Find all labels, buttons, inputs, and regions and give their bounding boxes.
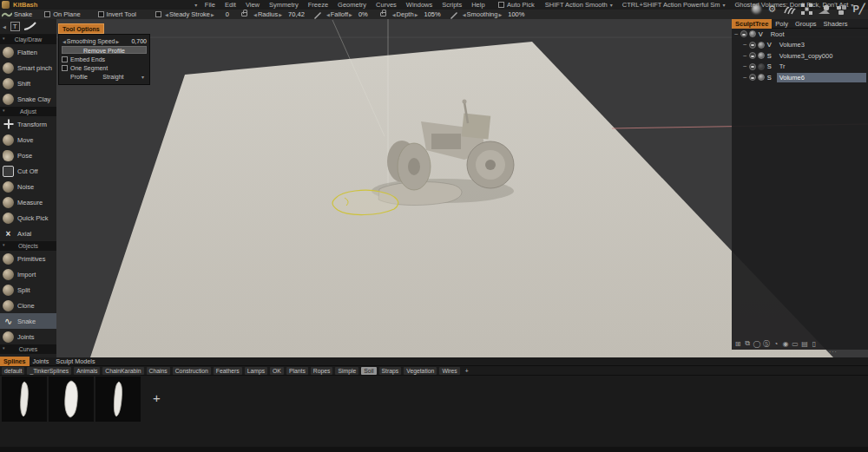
add-category-button[interactable]: +	[463, 367, 471, 375]
profile-dropdown[interactable]: Profile Straight ▾	[62, 73, 147, 81]
layer-name[interactable]: Volume3	[777, 40, 807, 49]
category-chip[interactable]: Simple	[335, 367, 358, 375]
spinner-left-icon[interactable]: ◀	[463, 12, 466, 17]
menu-item[interactable]: Scripts	[442, 1, 462, 9]
tool-row[interactable]: Transform	[0, 116, 56, 132]
radius-pressure-pen-icon[interactable]	[313, 10, 322, 19]
smoothing-label[interactable]: Smoothing	[467, 10, 498, 18]
paint-strokes-icon[interactable]	[783, 3, 796, 16]
menu-item[interactable]: Help	[471, 1, 484, 9]
visibility-eye-icon[interactable]	[749, 63, 756, 70]
layer-name[interactable]: Volume6	[777, 73, 866, 82]
spinner-right-icon[interactable]: ▶	[279, 12, 282, 17]
volume-sphere-icon[interactable]	[758, 52, 765, 59]
category-chip[interactable]: default	[2, 367, 24, 375]
curve-stroke-icon[interactable]	[23, 22, 37, 32]
menu-item[interactable]: File	[205, 1, 215, 9]
spline-thumbnail[interactable]	[49, 377, 94, 422]
spinner-right-icon[interactable]: ▶	[116, 39, 120, 44]
panel-footer-icon[interactable]: ◔	[772, 339, 780, 348]
spinner-left-icon[interactable]: ◀	[326, 12, 330, 17]
snake-spline-stroke[interactable]	[332, 190, 398, 214]
text-tool-icon[interactable]: T	[10, 22, 20, 31]
layer-name[interactable]: Root	[768, 29, 787, 39]
tool-row[interactable]: Curves	[0, 344, 56, 354]
one-segment-checkbox[interactable]	[62, 65, 68, 71]
menu-item[interactable]: Freeze	[308, 1, 328, 9]
spinner-left-icon[interactable]: ◀	[392, 12, 396, 17]
layer-name[interactable]: Tr	[777, 62, 788, 71]
depth-control[interactable]: ◀ Depth ▶ 105%	[391, 10, 441, 18]
radius-value[interactable]: 70,42	[288, 10, 305, 18]
smoothing-pressure-pen-icon[interactable]	[450, 10, 458, 19]
spinner-right-icon[interactable]: ▶	[211, 12, 214, 17]
tool-row[interactable]: Flatten	[0, 44, 56, 60]
shift-action-dropdown[interactable]: SHIFT Action Smooth ▾	[545, 1, 615, 9]
spinner-left-icon[interactable]: ◀	[62, 39, 66, 44]
tool-row[interactable]: Joints	[0, 329, 56, 344]
collapse-icon[interactable]: −	[743, 41, 747, 49]
tool-row[interactable]: Move	[0, 132, 56, 147]
menu-item[interactable]: Curves	[376, 1, 397, 9]
menu-item[interactable]: View	[246, 1, 260, 9]
category-chip[interactable]: Construction	[173, 367, 211, 375]
on-plane-toggle[interactable]: On Plane	[44, 10, 80, 18]
collapse-icon[interactable]: −	[743, 74, 747, 82]
collapse-left-icon[interactable]: ◀	[3, 24, 6, 29]
tree-row[interactable]: − S Tr	[732, 62, 868, 73]
mode-letter[interactable]: V	[759, 30, 766, 38]
panel-tab[interactable]: Poly	[772, 19, 792, 29]
one-segment-toggle[interactable]: One Segment	[62, 64, 147, 72]
category-chip[interactable]: Lamps	[245, 367, 267, 375]
tool-row[interactable]: Split	[0, 282, 56, 298]
chevron-down-icon[interactable]: ▾	[141, 74, 144, 80]
panel-footer-icon[interactable]: ▤	[800, 339, 809, 348]
panel-footer-icon[interactable]: ◉	[781, 339, 790, 348]
tool-options-tab[interactable]: Tool Options	[58, 23, 104, 34]
tool-row[interactable]: Noise	[0, 179, 56, 194]
layer-name[interactable]: Volume3_copy000	[777, 51, 836, 61]
visibility-eye-icon[interactable]	[749, 52, 756, 59]
spinner-left-icon[interactable]: ◀	[165, 12, 168, 17]
visibility-eye-icon[interactable]	[749, 74, 756, 81]
menu-item[interactable]: Symmetry	[269, 1, 299, 9]
smoothing-control[interactable]: ◀ Smoothing ▶ 100%	[462, 10, 525, 18]
visibility-eye-icon[interactable]	[740, 30, 747, 37]
mode-letter[interactable]: S	[767, 74, 774, 82]
category-chip[interactable]: Feathers	[214, 367, 242, 375]
volume-sphere-icon[interactable]	[758, 74, 765, 81]
paint-room-icon[interactable]: P╱	[852, 3, 865, 16]
tool-row[interactable]: Snake	[0, 313, 56, 329]
tool-row[interactable]: Snake Clay	[0, 91, 56, 107]
mode-letter[interactable]: S	[767, 62, 774, 70]
spline-thumbnail[interactable]	[2, 377, 47, 422]
kitbash-label[interactable]: KitBash	[13, 1, 37, 9]
bottom-tab[interactable]: Splines	[0, 357, 30, 366]
falloff-control[interactable]: ◀ Falloff ▶ 0%	[326, 10, 368, 18]
panel-more-label[interactable]: ...	[829, 346, 838, 354]
tool-row[interactable]: Objects	[0, 241, 56, 251]
tool-row[interactable]: Smart pinch	[0, 60, 56, 75]
auto-pick-toggle[interactable]: Auto Pick	[498, 1, 535, 9]
embed-ends-checkbox[interactable]	[62, 56, 68, 62]
steady-stroke-value[interactable]: 0	[226, 10, 229, 18]
panel-footer-icon[interactable]: ▯	[810, 339, 819, 348]
tool-row[interactable]: Clay/Draw	[0, 35, 56, 44]
steady-stroke-label[interactable]: Steady Stroke	[169, 10, 210, 18]
depth-lock-icon[interactable]	[380, 12, 386, 16]
tool-row[interactable]: Measure	[0, 194, 56, 210]
panel-footer-icon[interactable]: ▭	[791, 339, 799, 348]
smoothing-speed-value[interactable]: 0,700	[131, 38, 147, 44]
profile-value[interactable]: Straight	[102, 74, 123, 80]
panel-footer-icon[interactable]: Ⓢ	[762, 339, 771, 348]
menu-item[interactable]: Edit	[225, 1, 236, 9]
bottom-tab[interactable]: Sculpt Models	[52, 357, 98, 366]
embed-ends-toggle[interactable]: Embed Ends	[62, 56, 147, 63]
volume-sphere-icon[interactable]	[749, 30, 756, 37]
category-chip[interactable]: Ropes	[311, 367, 333, 375]
bottom-tab[interactable]: Joints	[30, 357, 53, 366]
smoothing-speed-control[interactable]: ◀ Smoothing Speed ▶ 0,700	[62, 37, 147, 45]
on-plane-checkbox[interactable]	[44, 11, 50, 17]
panel-tab[interactable]: Shaders	[820, 19, 852, 29]
tool-row[interactable]: Import	[0, 266, 56, 282]
